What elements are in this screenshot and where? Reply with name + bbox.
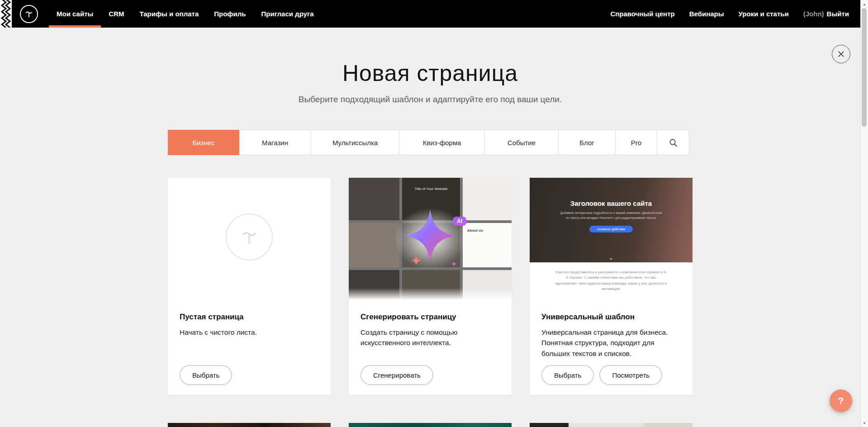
page-title: Новая страница [168, 60, 693, 86]
card-title: Универсальный шаблон [541, 313, 681, 322]
card-body: Сгенерировать страницу Создать страницу … [349, 300, 512, 348]
dialog-content: Новая страница Выберите подходящий шабло… [168, 60, 693, 427]
nav-logout[interactable]: (John)Выйти [803, 10, 849, 18]
blank-template-preview [168, 178, 331, 300]
nav-my-sites-label: Мои сайты [57, 10, 93, 18]
nav-crm[interactable]: CRM [101, 0, 132, 28]
tab-pro[interactable]: Pro [615, 130, 657, 155]
scroll-thumb[interactable] [862, 8, 867, 127]
preview-hero-section: Заголовок вашего сайта Добавьте интересн… [530, 178, 693, 262]
tab-event[interactable]: Событие [484, 130, 559, 155]
card-actions: Выбрать Посмотреть [541, 365, 662, 385]
template-grid-row2 [168, 423, 693, 427]
template-card-partial-3[interactable] [530, 423, 693, 427]
nav-webinars[interactable]: Вебинары [689, 10, 724, 18]
nav-profile[interactable]: Профиль [206, 0, 253, 28]
nav-profile-label: Профиль [214, 10, 246, 18]
template-grid: Пустая страница Начать с чистого листа. … [168, 178, 693, 395]
search-tab[interactable] [657, 130, 689, 155]
template-card-partial-1[interactable] [168, 423, 331, 427]
preview-cta-button: основное действие [589, 226, 633, 232]
card-body: Универсальный шаблон Универсальная стран… [530, 300, 693, 359]
card-description: Начать с чистого листа. [180, 327, 319, 337]
ai-sparkle-icon [404, 209, 456, 262]
template-preview-partial [349, 423, 512, 427]
vertical-scrollbar[interactable]: ▲ ▼ [860, 0, 868, 427]
select-blank-button[interactable]: Выбрать [180, 365, 232, 385]
ai-badge: AI [453, 217, 466, 226]
scroll-down-arrow[interactable]: ▼ [861, 419, 868, 427]
username: (John) [803, 10, 824, 18]
preview-body-text: Коротко представьтесь и расскажите о ком… [555, 262, 668, 292]
secondary-menu: Справочный центр Вебинары Уроки и статьи… [596, 0, 868, 28]
template-card-universal: Заголовок вашего сайта Добавьте интересн… [530, 178, 693, 395]
card-actions: Сгенерировать [360, 365, 433, 385]
ai-template-preview: Title of Your Website About us [349, 178, 512, 300]
tilda-watermark-icon [226, 214, 273, 261]
ai-sparkle-small-icon [411, 256, 421, 266]
template-card-ai: Title of Your Website About us [349, 178, 512, 395]
nav-invite-friend-label: Пригласи друга [261, 10, 313, 18]
tab-business[interactable]: Бизнес [168, 130, 239, 155]
search-icon [669, 138, 678, 147]
card-actions: Выбрать [180, 365, 232, 385]
preview-text-section: Коротко представьтесь и расскажите о ком… [530, 262, 693, 300]
tab-quiz-form[interactable]: Квиз-форма [399, 130, 485, 155]
tab-blog[interactable]: Блог [558, 130, 616, 155]
template-category-tabs: Бизнес Магазин Мультиссылка Квиз-форма С… [168, 130, 693, 155]
top-nav: Мои сайты CRM Тарифы и оплата Профиль Пр… [0, 0, 868, 28]
zigzag-pattern [0, 0, 12, 28]
nav-crm-label: CRM [109, 10, 124, 18]
universal-template-preview: Заголовок вашего сайта Добавьте интересн… [530, 178, 693, 300]
nav-tariffs-label: Тарифы и оплата [139, 10, 199, 18]
template-card-blank: Пустая страница Начать с чистого листа. … [168, 178, 331, 395]
nav-help-center[interactable]: Справочный центр [610, 10, 674, 18]
card-title: Сгенерировать страницу [360, 313, 500, 322]
help-button[interactable]: ? [830, 389, 852, 412]
template-card-partial-2[interactable] [349, 423, 512, 427]
new-page-dialog: Новая страница Выберите подходящий шабло… [0, 28, 860, 427]
template-preview-partial [168, 423, 331, 427]
ai-sparkle-small-icon [451, 261, 457, 267]
tab-store[interactable]: Магазин [239, 130, 311, 155]
tilda-logo-icon [24, 9, 34, 19]
card-description: Универсальная страница для бизнеса. Поня… [541, 327, 681, 359]
nav-my-sites[interactable]: Мои сайты [49, 0, 101, 28]
nav-invite-friend[interactable]: Пригласи друга [253, 0, 321, 28]
select-universal-button[interactable]: Выбрать [541, 365, 594, 385]
close-button[interactable] [832, 45, 850, 63]
logout-label: Выйти [827, 10, 849, 18]
card-description: Создать страницу с помощью искусственног… [360, 327, 500, 348]
chevron-down-icon: ⌄ [530, 254, 693, 261]
page-subtitle: Выберите подходящий шаблон и адаптируйте… [168, 95, 693, 104]
zigzag-icon [0, 0, 12, 28]
close-icon [838, 51, 844, 57]
generate-button[interactable]: Сгенерировать [360, 365, 433, 385]
nav-lessons[interactable]: Уроки и статьи [739, 10, 789, 18]
nav-tariffs[interactable]: Тарифы и оплата [132, 0, 206, 28]
collage-site-title: Title of Your Website [402, 187, 460, 191]
card-title: Пустая страница [180, 313, 319, 322]
scroll-up-arrow[interactable]: ▲ [861, 0, 868, 8]
preview-site-subtitle: Добавьте интересные подробности о вашей … [560, 210, 662, 220]
preview-site-title: Заголовок вашего сайта [530, 178, 693, 207]
preview-universal-button[interactable]: Посмотреть [599, 365, 662, 385]
main-menu: Мои сайты CRM Тарифы и оплата Профиль Пр… [49, 0, 322, 28]
card-body: Пустая страница Начать с чистого листа. [168, 300, 331, 337]
tilda-logo[interactable] [20, 5, 38, 23]
template-preview-partial [530, 423, 693, 427]
tab-multilink[interactable]: Мультиссылка [311, 130, 399, 155]
